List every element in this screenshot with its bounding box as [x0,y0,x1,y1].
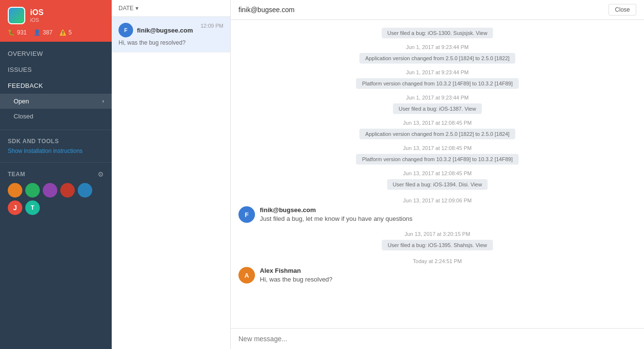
system-message-group: Jun 1, 2017 at 9:23:44 PM Application ve… [238,44,636,64]
chevron-right-icon: › [102,99,104,104]
sdk-title: SDK AND TOOLS [8,138,104,145]
close-button[interactable]: Close [609,4,636,16]
system-badge: Application version changed from 2.5.0 [… [359,53,515,64]
system-message-group: User filed a bug: iOS-1300. Susjsjsk. Vi… [238,28,636,38]
stat-alerts: ⚠️ 5 [59,29,72,36]
sidebar-item-open[interactable]: Open › [0,94,112,109]
thread-item-top: F finik@bugsee.com 12:09 PM [119,23,223,37]
sidebar: iOS iOS 🐛 931 👤 387 ⚠️ 5 OVERVIEW ISSUES… [0,0,112,349]
sort-arrow-icon: ▾ [136,5,138,12]
thread-time: 12:09 PM [201,23,223,29]
divider-1 [0,130,112,130]
user-message-row: Today at 2:24:51 PM A Alex Fishman Hi, w… [238,258,636,284]
team-section: TEAM ⚙ J T [0,165,112,221]
system-message-group: Jun 13, 2017 at 3:20:15 PM User filed a … [238,231,636,250]
system-timestamp: Jun 1, 2017 at 9:23:44 PM [406,69,469,75]
alert-icon: ⚠️ [59,29,67,36]
system-message-group: Jun 1, 2017 at 9:23:44 PM Platform versi… [238,69,636,89]
system-timestamp: Jun 1, 2017 at 9:23:44 PM [406,95,469,100]
system-badge: Application version changed from 2.5.0 [… [359,129,515,139]
sidebar-item-overview[interactable]: OVERVIEW [0,46,112,62]
system-badge: User filed a bug: iOS-1395. Shahsjs. Vie… [382,240,493,250]
main-area: DATE ▾ F finik@bugsee.com 12:09 PM Hi, w… [112,0,644,349]
message-content: finik@bugsee.com Just filed a bug, let m… [260,206,636,223]
sidebar-stats: 🐛 931 👤 387 ⚠️ 5 [8,29,104,36]
sdk-section: SDK AND TOOLS Show installation instruct… [0,132,112,160]
avatar[interactable] [25,183,40,198]
user-message-row: Jun 13, 2017 at 12:09:06 PM F finik@bugs… [238,198,636,223]
avatar: A [238,267,255,283]
stat-bugs: 🐛 931 [8,29,27,36]
system-message-group: Jun 13, 2017 at 12:08:45 PM Platform ver… [238,145,636,165]
avatar[interactable] [60,183,75,198]
message-sender: Alex Fishman [260,267,636,274]
sidebar-nav: OVERVIEW ISSUES FEEDBACK Open › Closed [0,42,112,128]
system-message-group: Jun 13, 2017 at 12:08:45 PM Application … [238,120,636,139]
avatar: F [238,206,255,223]
content-row: DATE ▾ F finik@bugsee.com 12:09 PM Hi, w… [112,0,644,349]
bug-icon: 🐛 [8,29,15,36]
app-title-block: iOS iOS [30,8,44,23]
system-badge: User filed a bug: iOS-1300. Susjsjsk. Vi… [382,28,493,38]
sort-label: DATE [119,5,134,12]
avatar[interactable] [78,183,92,198]
app-subtitle: iOS [30,17,44,23]
sidebar-item-issues[interactable]: ISSUES [0,62,112,78]
sdk-link[interactable]: Show installation instructions [8,148,104,154]
avatar[interactable]: T [25,200,40,215]
message-sender: finik@bugsee.com [260,206,636,214]
closed-label: Closed [14,113,33,120]
app-title: iOS [30,8,44,17]
chat-input-area [231,328,644,349]
system-badge: Platform version changed from 10.3.2 [14… [356,78,518,89]
avatar[interactable] [43,183,57,198]
message-text: Hi, was the bug resolved? [260,275,636,284]
system-badge: User filed a bug: iOS-1387. View [393,103,482,114]
system-timestamp: Jun 13, 2017 at 12:08:45 PM [403,145,472,151]
sidebar-header: iOS iOS 🐛 931 👤 387 ⚠️ 5 [0,0,112,42]
system-message-group: Jun 1, 2017 at 9:23:44 PM User filed a b… [238,95,636,114]
message-row: F finik@bugsee.com Just filed a bug, let… [238,206,636,223]
system-timestamp: Jun 13, 2017 at 12:08:45 PM [403,170,472,176]
chat-messages: User filed a bug: iOS-1300. Susjsjsk. Vi… [231,20,644,328]
thread-avatar: F [119,23,133,37]
avatar[interactable] [8,183,22,198]
thread-sender: finik@bugsee.com [137,27,193,34]
new-message-input[interactable] [238,335,636,343]
user-icon: 👤 [34,29,41,36]
app-icon [8,7,25,24]
sidebar-item-closed[interactable]: Closed [0,109,112,124]
system-timestamp: Jun 1, 2017 at 9:23:44 PM [406,44,469,50]
thread-item[interactable]: F finik@bugsee.com 12:09 PM Hi, was the … [112,17,230,52]
bug-count: 931 [17,29,27,36]
sort-header[interactable]: DATE ▾ [112,0,230,17]
message-content: Alex Fishman Hi, was the bug resolved? [260,267,636,284]
chat-title: finik@bugsee.com [238,6,294,14]
system-badge: User filed a bug: iOS-1394. Disi. View [387,179,488,190]
chat-panel: finik@bugsee.com Close User filed a bug:… [231,0,644,349]
open-label: Open [14,98,29,105]
system-badge: Platform version changed from 10.3.2 [14… [356,154,518,165]
sidebar-item-feedback[interactable]: FEEDBACK [0,78,112,94]
system-timestamp: Jun 13, 2017 at 12:08:45 PM [403,120,472,126]
system-message-group: Jun 13, 2017 at 12:08:45 PM User filed a… [238,170,636,190]
message-row: A Alex Fishman Hi, was the bug resolved? [238,267,636,284]
message-text: Just filed a bug, let me know if you hav… [260,215,636,223]
system-timestamp: Jun 13, 2017 at 12:09:06 PM [238,198,636,203]
thread-preview: Hi, was the bug resolved? [119,39,223,46]
team-title: TEAM [8,171,25,178]
system-timestamp: Jun 13, 2017 at 3:20:15 PM [405,231,470,237]
divider-2 [0,162,112,163]
stat-users: 👤 387 [34,29,52,36]
alert-count: 5 [68,29,72,36]
thread-list: DATE ▾ F finik@bugsee.com 12:09 PM Hi, w… [112,0,231,349]
team-header: TEAM ⚙ [8,170,104,178]
system-timestamp: Today at 2:24:51 PM [238,258,636,264]
gear-icon[interactable]: ⚙ [98,170,104,178]
chat-header: finik@bugsee.com Close [231,0,644,20]
user-count: 387 [43,29,52,36]
avatar[interactable]: J [8,200,22,215]
team-avatars: J T [8,183,104,215]
